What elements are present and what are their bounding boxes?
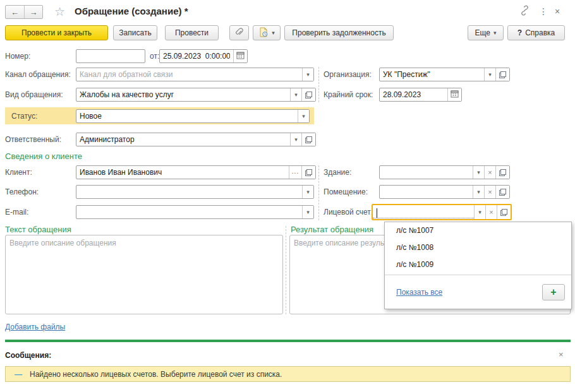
chevron-down-icon: ▾ [478, 209, 481, 215]
open-icon [500, 209, 507, 216]
create-based-on-button[interactable]: ▾ [253, 25, 281, 40]
channel-field-group: ▾ [76, 68, 314, 81]
date-label: от: [150, 52, 159, 61]
post-and-close-button[interactable]: Провести и закрыть [5, 25, 108, 40]
chevron-down-icon: ▾ [306, 189, 310, 195]
check-debt-button[interactable]: Проверить задолженность [284, 25, 394, 40]
back-button[interactable]: ← [6, 6, 24, 18]
account-option[interactable]: л/с №1009 [385, 256, 571, 273]
message-bar[interactable]: — Найдено несколько лицевых счетов. Выбе… [5, 366, 571, 382]
favorite-star-icon[interactable]: ☆ [54, 4, 65, 19]
page-title: Обращение (создание) * [75, 6, 188, 16]
menu-dots-icon[interactable]: ⋮ [539, 6, 548, 16]
responsible-dropdown-button[interactable]: ▾ [290, 133, 301, 146]
date-input[interactable] [160, 50, 233, 62]
phone-dropdown-button[interactable]: ▾ [302, 186, 313, 198]
deadline-input[interactable] [380, 88, 447, 101]
organization-input[interactable] [380, 68, 484, 81]
number-input[interactable] [76, 50, 145, 62]
deadline-label: Крайний срок: [324, 90, 373, 99]
chevron-down-icon: ▾ [294, 136, 298, 143]
organization-dropdown-button[interactable]: ▾ [484, 68, 495, 81]
status-dropdown-button[interactable]: ▾ [298, 110, 309, 122]
premises-dropdown-button[interactable]: ▾ [473, 186, 484, 198]
phone-label: Телефон: [5, 187, 39, 196]
add-account-button[interactable]: + [542, 284, 565, 300]
client-open-button[interactable] [301, 166, 315, 179]
post-button[interactable]: Провести [165, 25, 219, 40]
show-all-link[interactable]: Показать все [396, 288, 442, 297]
more-label: Еще [475, 28, 490, 37]
account-option[interactable]: л/с №1007 [385, 222, 571, 239]
save-button[interactable]: Записать [113, 25, 157, 40]
account-clear-button[interactable]: × [485, 205, 497, 219]
account-option[interactable]: л/с №1008 [385, 239, 571, 256]
building-clear-button[interactable]: × [484, 166, 495, 179]
responsible-field-group: ▾ [76, 133, 316, 146]
channel-input[interactable] [76, 68, 302, 81]
channel-dropdown-button[interactable]: ▾ [302, 68, 313, 81]
calendar-button[interactable] [233, 50, 247, 62]
more-button[interactable]: Еще▾ [468, 25, 504, 40]
number-field-group [76, 49, 145, 63]
account-dropdown-button[interactable]: ▾ [474, 205, 485, 219]
responsible-input[interactable] [76, 133, 290, 146]
open-icon [499, 189, 506, 196]
request-textarea[interactable] [6, 235, 282, 314]
messages-separator [5, 340, 571, 342]
organization-field-group: ▾ [379, 68, 510, 81]
premises-open-button[interactable] [495, 186, 509, 198]
appeal-form-window: ← → ☆ Обращение (создание) * ⋮ × Провест… [0, 0, 575, 392]
phone-input[interactable] [76, 186, 302, 198]
message-dash-icon: — [15, 370, 22, 379]
request-textarea-frame [5, 235, 283, 314]
post-label: Провести [175, 28, 209, 37]
window-close-icon[interactable]: × [555, 6, 560, 16]
premises-input[interactable] [380, 186, 473, 198]
back-arrow-icon: ← [11, 8, 19, 17]
chevron-down-icon: ▾ [306, 209, 310, 215]
kind-dropdown-button[interactable]: ▾ [290, 88, 301, 101]
account-input[interactable] [373, 206, 474, 218]
account-label: Лицевой счет: [324, 208, 373, 217]
calendar-icon [451, 90, 459, 100]
account-open-button[interactable] [497, 205, 511, 219]
premises-label: Помещение: [324, 187, 368, 196]
building-open-button[interactable] [495, 166, 509, 179]
kind-input[interactable] [76, 88, 290, 101]
account-dropdown-popup: л/с №1007 л/с №1008 л/с №1009 Показать в… [384, 222, 572, 309]
open-icon [305, 169, 312, 176]
premises-clear-button[interactable]: × [484, 186, 495, 198]
check-debt-label: Проверить задолженность [292, 28, 385, 37]
client-input[interactable] [76, 166, 289, 179]
client-section-title: Сведения о клиенте [5, 151, 82, 161]
attachments-button[interactable] [229, 25, 249, 40]
email-dropdown-button[interactable]: ▾ [302, 206, 313, 218]
deadline-calendar-button[interactable] [447, 88, 461, 101]
account-field-group: ▾ × [372, 204, 512, 220]
organization-open-button[interactable] [495, 68, 509, 81]
open-icon [305, 92, 312, 98]
forward-button[interactable]: → [24, 6, 42, 18]
kind-open-button[interactable] [301, 88, 315, 101]
add-files-link[interactable]: Добавить файлы [5, 323, 65, 331]
responsible-label: Ответственный: [5, 135, 61, 144]
chevron-down-icon: ▾ [302, 113, 305, 119]
building-dropdown-button[interactable]: ▾ [473, 166, 484, 179]
messages-close-icon[interactable]: × [559, 350, 564, 359]
responsible-open-button[interactable] [301, 133, 315, 146]
client-label: Клиент: [5, 168, 32, 177]
chevron-down-icon: ▾ [488, 71, 492, 78]
open-icon [499, 71, 506, 78]
result-text-title: Результат обращения [291, 225, 373, 234]
status-input[interactable] [76, 110, 298, 122]
client-choose-button[interactable]: ... [289, 166, 301, 179]
premises-field-group: ▾ × [379, 185, 510, 199]
email-input[interactable] [76, 206, 302, 218]
email-label: E-mail: [5, 208, 28, 217]
open-icon [305, 136, 312, 143]
get-link-icon[interactable] [519, 5, 530, 18]
building-input[interactable] [380, 166, 473, 179]
building-label: Здание: [324, 168, 351, 177]
help-button[interactable]: ?Справка [507, 25, 565, 40]
